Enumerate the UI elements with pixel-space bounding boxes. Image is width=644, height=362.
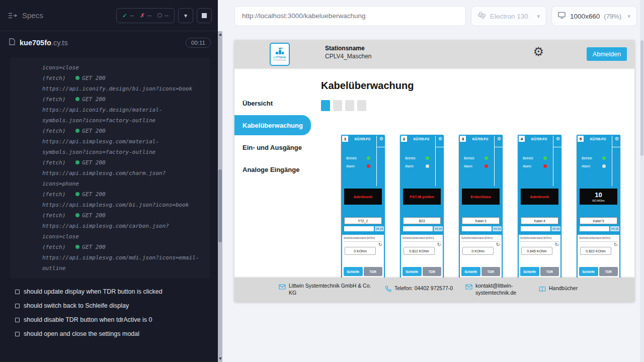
log-status: GET 200 <box>82 212 105 219</box>
viewport-select[interactable]: 1000x660 (79%) ▾ <box>551 6 637 26</box>
card-divider <box>553 147 561 147</box>
alarm-led <box>602 164 606 168</box>
sidebar-nav-item[interactable]: Übersicht <box>234 93 311 113</box>
tdr-button[interactable]: TDR <box>540 267 559 276</box>
slot-number: 1 <box>342 136 348 142</box>
scrollbar-thumb[interactable] <box>640 40 643 156</box>
device-model: KÜ705-FO <box>350 137 375 141</box>
alarm-label: Alarm <box>523 164 531 168</box>
url-input[interactable]: http://localhost:3000/kabelueberwachung <box>234 6 466 26</box>
refresh-icon[interactable]: ↻ <box>555 242 559 247</box>
slot-number: 5 <box>578 136 584 142</box>
resistance-value: 0 KOhm <box>345 247 376 255</box>
log-url: https://api.simplesvg.com/charm.json?ico… <box>42 168 201 189</box>
sidebar-item-label: Ein- und Ausgänge <box>243 144 302 151</box>
schleife-button[interactable]: Schleife <box>461 267 480 276</box>
scroll-up-arrow-icon[interactable] <box>218 31 222 38</box>
footer-item[interactable]: kontakt@littwin-systemtechnik.de <box>465 283 531 296</box>
test-list-item[interactable]: should disable TDR button when tdrActive… <box>15 313 218 327</box>
betrieb-label: Betrieb <box>346 156 357 160</box>
tdr-button[interactable]: TDR <box>481 267 501 276</box>
betrieb-label: Betrieb <box>464 156 474 160</box>
test-list-item[interactable]: should update display when TDR button is… <box>15 285 218 299</box>
scrollbar-thumb[interactable] <box>218 169 222 242</box>
cable-name: Kabel 3 <box>462 217 500 224</box>
specs-list-icon[interactable] <box>8 12 17 19</box>
viewport-zoom: (79%) <box>604 13 621 20</box>
log-url: https://api.simplesvg.com/material-symbo… <box>42 136 201 157</box>
brand-name: LITTWIN <box>274 56 286 59</box>
log-url: https://api.simplesvg.com/bi.json?icons=… <box>42 200 201 210</box>
rack-tab[interactable] <box>333 100 342 111</box>
betrieb-label: Betrieb <box>582 156 592 160</box>
browser-select[interactable]: Electron 130 ▾ <box>471 6 546 26</box>
collapse-chevron-button[interactable]: ▾ <box>178 8 193 23</box>
test-title: should switch back to Schleife display <box>24 302 129 309</box>
tdr-button[interactable]: TDR <box>599 267 618 276</box>
footer-text: kontakt@littwin-systemtechnik.de <box>475 283 531 296</box>
stat-pending: -- <box>157 12 169 19</box>
rack-tab[interactable] <box>357 100 366 111</box>
betrieb-label: Betrieb <box>405 156 416 160</box>
device-display: 10 ISO MOhm <box>580 189 617 205</box>
sidebar-nav-item[interactable]: Kabelüberwachung <box>234 115 311 135</box>
device-settings-gear-icon[interactable]: ⚙ <box>615 136 619 141</box>
alarm-led <box>485 164 488 168</box>
alarm-label: Alarm <box>582 164 590 168</box>
resistance-label: Schleifenwiderstand [kOhm] <box>579 236 618 242</box>
footer-text: Handbücher <box>549 285 578 292</box>
spec-row: kue705fo.cy.ts 00:11 <box>0 31 218 54</box>
logout-button[interactable]: Abmelden <box>587 47 627 61</box>
refresh-icon[interactable]: ↻ <box>437 242 441 247</box>
blank-field <box>580 226 609 231</box>
device-display: Aderbruch <box>521 189 558 205</box>
test-list-item[interactable]: should open and close the settings modal <box>15 327 218 341</box>
browser-scrollbar[interactable] <box>640 0 644 362</box>
stop-tests-button[interactable] <box>197 8 212 23</box>
schleife-button[interactable]: Schleife <box>579 267 598 276</box>
browser-preview-panel: http://localhost:3000/kabelueberwachung … <box>222 0 644 362</box>
network-log-entry: (fetch)GET 200 https://api.iconify.desig… <box>42 73 201 94</box>
schleife-button[interactable]: Schleife <box>520 267 539 276</box>
tdr-button[interactable]: TDR <box>423 267 442 276</box>
log-fetch-prefix: (fetch) <box>42 75 65 81</box>
pending-circle-icon <box>157 13 162 18</box>
log-fetch-prefix: (fetch) <box>42 159 65 166</box>
footer-item[interactable]: Telefon: 04402 972577-0 <box>385 285 457 294</box>
test-list-item[interactable]: should switch back to Schleife display <box>15 299 218 313</box>
spec-file-name[interactable]: kue705fo.cy.ts <box>20 39 68 47</box>
settings-gear-icon[interactable]: ⚙ <box>533 45 544 59</box>
resistance-label: Schleifenwiderstand [kOhm] <box>403 236 441 242</box>
scroll-down-arrow-icon[interactable] <box>218 355 222 362</box>
rack-tab[interactable] <box>345 100 354 111</box>
device-settings-gear-icon[interactable]: ⚙ <box>556 136 560 141</box>
card-divider <box>495 147 503 147</box>
device-settings-gear-icon[interactable]: ⚙ <box>438 136 442 141</box>
sidebar-nav-item[interactable]: Ein- und Ausgänge <box>234 137 311 157</box>
resistance-value: 0.645 KOhm <box>521 247 552 255</box>
device-settings-gear-icon[interactable]: ⚙ <box>379 136 383 141</box>
device-settings-gear-icon[interactable]: ⚙ <box>497 136 501 141</box>
footer-item[interactable]: Handbücher <box>539 285 578 294</box>
sidebar-nav-item[interactable]: Analoge Eingänge <box>234 159 311 179</box>
page-title: Kabelüberwachung <box>321 80 634 92</box>
network-log-entry: (fetch)GET 200 https://api.simplesvg.com… <box>42 157 201 189</box>
schleife-button[interactable]: Schleife <box>403 267 422 276</box>
rack-tab[interactable] <box>321 100 330 111</box>
stop-icon <box>202 13 207 18</box>
schleife-button[interactable]: Schleife <box>344 267 363 276</box>
device-display: Aderbruch <box>344 189 382 205</box>
runner-scrollbar[interactable] <box>218 31 222 362</box>
footer-item[interactable]: Littwin Systemtechnik GmbH & Co. KG <box>279 283 377 296</box>
tdr-button[interactable]: TDR <box>364 267 383 276</box>
refresh-icon[interactable]: ↻ <box>614 242 618 247</box>
blank-field <box>403 226 433 231</box>
stat-failed: ✗ -- <box>140 12 151 19</box>
status-ok-dot-icon <box>75 97 79 101</box>
alarm-message: Aderbruch <box>530 195 549 199</box>
refresh-icon[interactable]: ↻ <box>378 242 382 247</box>
device-cards-row: 1 KÜ705-FO ⚙ Betrieb Alarm Aderbruch FTZ… <box>341 135 634 281</box>
log-status: GET 200 <box>82 159 105 166</box>
refresh-icon[interactable]: ↻ <box>496 242 500 247</box>
chevron-down-icon: ▾ <box>627 13 630 20</box>
